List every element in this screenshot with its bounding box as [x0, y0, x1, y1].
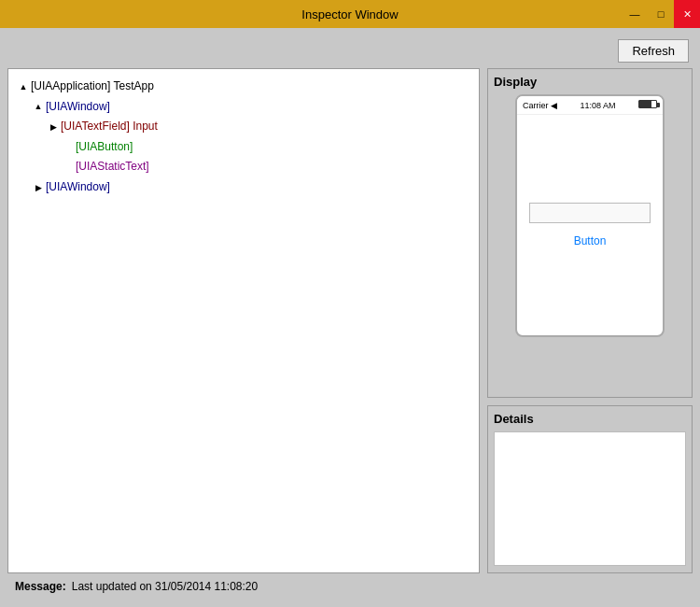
status-bar: Message: Last updated on 31/05/2014 11:0… [7, 573, 693, 600]
status-text: Last updated on 31/05/2014 11:08:20 [72, 580, 259, 593]
maximize-button[interactable]: □ [648, 0, 674, 28]
tree-view: ▲ [UIAApplication] TestApp ▲ [UIAWindow]… [16, 77, 471, 565]
tree-item-label: [UIAWindow] [46, 177, 110, 198]
refresh-button[interactable]: Refresh [618, 39, 689, 63]
tree-row[interactable]: ▶ [UIAWindow] [16, 177, 471, 198]
phone-status-bar: Carrier ◀ 11:08 AM [517, 96, 663, 115]
window-title: Inspector Window [301, 7, 398, 21]
tree-toggle-icon[interactable]: ▲ [31, 99, 46, 114]
close-button[interactable]: ✕ [674, 0, 700, 28]
details-title: Details [494, 412, 686, 426]
inspector-window: Inspector Window — □ ✕ Refresh ▲ [UIAApp… [0, 0, 700, 607]
title-bar: Inspector Window — □ ✕ [0, 0, 700, 28]
tree-item-label: [UIAButton] [76, 137, 133, 158]
tree-item-label: [UIATextField] Input [61, 117, 158, 137]
tree-item-label: [UIAStaticText] [76, 157, 149, 177]
phone-carrier: Carrier ◀ [523, 101, 557, 110]
tree-toggle-icon[interactable]: ▶ [46, 120, 61, 134]
tree-panel: ▲ [UIAApplication] TestApp ▲ [UIAWindow]… [7, 68, 480, 573]
main-area: ▲ [UIAApplication] TestApp ▲ [UIAWindow]… [7, 68, 693, 573]
phone-input-field [529, 203, 651, 223]
tree-item-label: [UIAWindow] [46, 97, 110, 118]
display-title: Display [494, 75, 686, 89]
phone-battery-icon [638, 100, 657, 110]
minimize-button[interactable]: — [622, 0, 648, 28]
tree-row[interactable]: ▲ [UIAWindow] [16, 97, 471, 118]
window-content: Refresh ▲ [UIAApplication] TestApp ▲ [UI… [0, 28, 700, 607]
details-content [494, 431, 686, 566]
phone-time: 11:08 AM [580, 101, 615, 110]
phone-preview: Carrier ◀ 11:08 AM Button [515, 94, 665, 337]
window-controls: — □ ✕ [622, 0, 700, 28]
tree-row[interactable]: [UIAStaticText] [16, 157, 471, 177]
tree-item-label: [UIAApplication] TestApp [31, 77, 154, 97]
battery-indicator [638, 100, 657, 108]
right-panel: Display Carrier ◀ 11:08 AM [487, 68, 693, 573]
toolbar: Refresh [7, 35, 693, 68]
status-label: Message: [15, 580, 66, 593]
phone-body: Button [517, 115, 663, 335]
tree-row[interactable]: [UIAButton] [16, 137, 471, 158]
tree-row[interactable]: ▶ [UIATextField] Input [16, 117, 471, 137]
details-section: Details [487, 405, 693, 573]
display-section: Display Carrier ◀ 11:08 AM [487, 68, 693, 398]
tree-toggle-icon[interactable]: ▲ [16, 79, 31, 94]
tree-row[interactable]: ▲ [UIAApplication] TestApp [16, 77, 471, 97]
phone-button-label[interactable]: Button [574, 234, 607, 247]
tree-toggle-icon[interactable]: ▶ [31, 180, 46, 195]
